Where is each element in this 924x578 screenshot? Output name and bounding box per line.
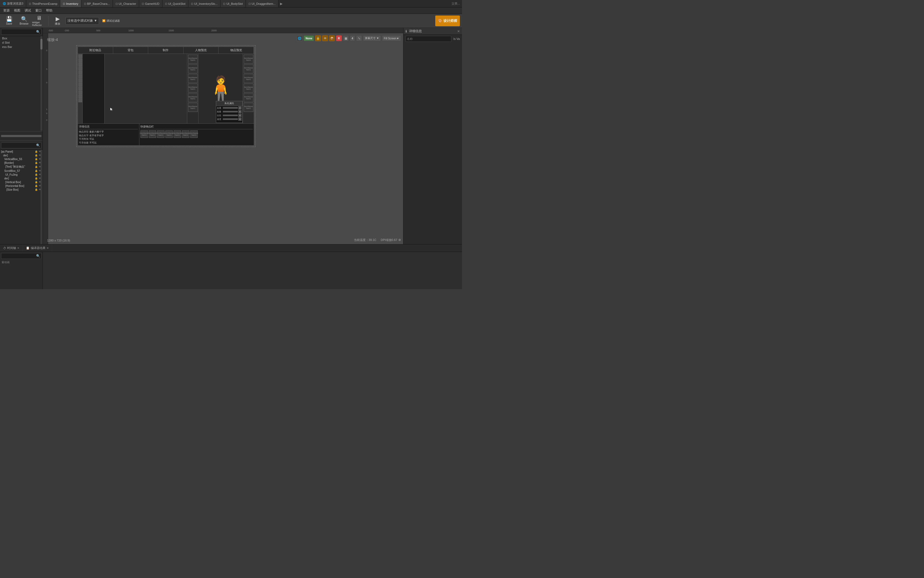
canvas-content[interactable]: 0 5 0 1 0 0 缩放-4 🌐 None 🔒 👁 📦 R ▦ 4 ⤡ [43,33,403,244]
dpi-settings-icon[interactable]: ⚙ [398,238,401,242]
ui-quick-section: 快捷物品栏 ItemNameNam1 ItemNameNam1 ItemName… [139,124,254,145]
view-canvas-btn[interactable]: 👁 [322,35,328,41]
save-button[interactable]: 💾 Save [2,15,16,27]
tab-uicharacter[interactable]: ◻ UI_Character [113,0,139,7]
quick-slot-3[interactable]: ItemNameNam1 [157,130,165,138]
menu-debug[interactable]: 调试 [23,8,33,14]
scroll-bar-h[interactable] [1,135,42,137]
detail-row-1: 物品类型 最多六顿个字 [79,130,138,134]
right-panel-header: ℹ 详细信息 ✕ [403,28,462,35]
menu-help[interactable]: 帮助 [44,8,55,14]
inventory-widget: 附近物品 背包 制作 人物预览 物品预览 [78,47,254,146]
resize-btn[interactable]: ⤡ [356,35,362,41]
canvas-area[interactable]: -500 -200 500 1000 1500 2000 0 5 0 1 0 0… [43,28,403,244]
hierarchy-search-input[interactable] [2,144,36,147]
right-panel-close-icon[interactable]: ✕ [457,29,460,33]
play-button[interactable]: ▶ 播放 [50,15,65,27]
lock-canvas-btn[interactable]: 🔒 [315,35,321,41]
tab-icon-4: ◻ [116,2,118,5]
menu-resources[interactable]: 资源 [1,8,12,14]
hierarchy-item-sizebox[interactable]: [Size Box] 🔒 👁 [0,188,42,192]
hierarchy-item-verticalbox55[interactable]: VerticalBox_55 🔒 👁 [0,157,42,161]
browse-button[interactable]: 🔍 Browse [17,15,31,27]
menu-view[interactable]: 视图 [12,8,23,14]
right-panel-body: Is Va [403,35,462,43]
menu-window[interactable]: 窗口 [33,8,44,14]
hierarchy-item-scrollbox[interactable]: ScrollBox_57 🔒 👁 [0,169,42,173]
compiler-icon: 📋 [26,246,30,250]
tab-backpack[interactable]: 背包 [113,47,149,54]
hierarchy-item-hbox[interactable]: [Horizontal Box] 🔒 👁 [0,184,42,188]
body-slot-right-4: ItemNameNam1 [244,84,253,93]
palette-item-2[interactable]: d Slot [0,41,42,45]
tab-item-preview[interactable]: 物品预览 [218,47,254,54]
hierarchy-search-icon: 🔍 [36,143,40,147]
grid-btn[interactable]: ▦ [343,35,349,41]
quick-slot-6[interactable]: ItemNameNam1 [182,130,189,138]
quick-slot-1[interactable]: ItemNameNam1 [141,130,148,138]
widget-reflector-button[interactable]: 🖥 Widget Reflector [32,15,46,27]
number-btn[interactable]: 4 [350,35,355,41]
tab-uibodyslot[interactable]: ◻ UI_BodySlot [220,0,246,7]
debug-filter-button[interactable]: 🔽 调试过滤器 [100,15,122,27]
animation-search-box[interactable]: 🔍 [1,253,42,259]
tab-thirdperson[interactable]: ◻ ThirdPersonExamp [26,0,60,7]
quick-slot-4[interactable]: ItemNameNam1 [165,130,173,138]
designer-button[interactable]: 🎨 设计师师 [435,16,460,26]
palette-item-3[interactable]: ess Bar [0,45,42,49]
palette-search-box[interactable]: 🔍 [1,29,42,35]
fill-screen-btn[interactable]: Fill Screen ▼ [382,35,401,41]
blood-plus[interactable]: + [238,106,241,109]
resist-plus[interactable]: + [238,114,241,117]
browser-icon: 🌐 [3,2,6,5]
tab-uidraggeditem[interactable]: ◻ UI_DraggedItem... [246,0,279,7]
animation-search-input[interactable] [2,254,36,258]
tab-gamehud[interactable]: ◻ GameHUD [139,0,162,7]
tab-nearby-items[interactable]: 附近物品 [78,47,113,54]
tab-inventory[interactable]: ◻ Inventory [60,0,81,7]
tab-uiinventoryslot[interactable]: ◻ UI_InventorySlo... [188,0,220,7]
hierarchy-item-vbox[interactable]: [Vertical Box] 🔒 👁 [0,180,42,184]
body-slot-left-6: ItemNameNam1 [188,103,198,112]
r-btn[interactable]: R [336,35,341,41]
hierarchy-item-panel[interactable]: [as Panel] 🔒 👁 [0,149,42,153]
dpi-label: DPI缩放0.67 ⚙ [381,238,401,242]
tab-uiquickslot[interactable]: ◻ UI_QuickSlot [162,0,188,7]
hierarchy-item-der[interactable]: der] 🔒 👁 [0,177,42,180]
tab-more-btn[interactable]: ▶ [278,2,284,6]
palette-search-input[interactable] [2,30,36,34]
timeline-close-btn[interactable]: ✕ [17,247,19,250]
tab-timeline[interactable]: ⏱ 时间轴 ✕ [0,244,23,252]
none-btn[interactable]: None [304,35,314,41]
tab-char-preview[interactable]: 人物预览 [183,47,219,54]
package-canvas-btn[interactable]: 📦 [329,35,335,41]
tab-browser[interactable]: 🌐 游客浏览器3 [0,0,26,7]
speed-plus[interactable]: + [238,117,241,121]
tab-compiler-results[interactable]: 📋 编译器结果 ✕ [23,244,52,252]
attr-row-resist: 抗性 + [216,114,243,117]
hierarchy-item-fujing[interactable]: UI_FuJing 🔒 👁 [0,173,42,177]
detail-row-2: 物品名字 名字名字名字 [79,134,138,138]
left-slot-2 [78,58,82,62]
globe-btn[interactable]: 🌐 [297,35,303,41]
tab-craft[interactable]: 制作 [148,47,183,54]
bottom-content: 🔍 索动画 [0,252,462,289]
tab-bpbasechar[interactable]: ◻ BP_BaseChara... [81,0,113,7]
hierarchy-item-border2[interactable]: [Border] 🔒 👁 [0,161,42,165]
hierarchy-item-text-fujin[interactable]: [Text] "附近物品" 🔒 👁 [0,165,42,169]
compiler-close-btn[interactable]: ✕ [47,247,49,250]
hierarchy-search-box[interactable]: 🔍 [1,143,42,148]
quick-slot-5[interactable]: ItemNameNam1 [174,130,181,138]
palette-search-section: 🔍 [0,28,42,36]
name-input[interactable] [406,36,451,42]
energy-plus[interactable]: + [238,110,241,113]
debug-object-dropdown[interactable]: 没有选中调试对象 ▼ [66,17,99,24]
palette-item-1[interactable]: Box [0,36,42,41]
screen-size-dropdown[interactable]: 屏幕尺寸 ▼ [363,35,381,41]
quick-slot-7[interactable]: ItemNameNam1 [190,130,198,138]
quick-slot-2[interactable]: ItemNameNam1 [149,130,156,138]
hierarchy-item-border[interactable]: der] 🔒 👁 [0,153,42,157]
quick-title: 快捷物品栏 [141,125,253,129]
zoom-label: 缩放-4 [47,37,58,42]
left-slot-1 [78,54,82,58]
